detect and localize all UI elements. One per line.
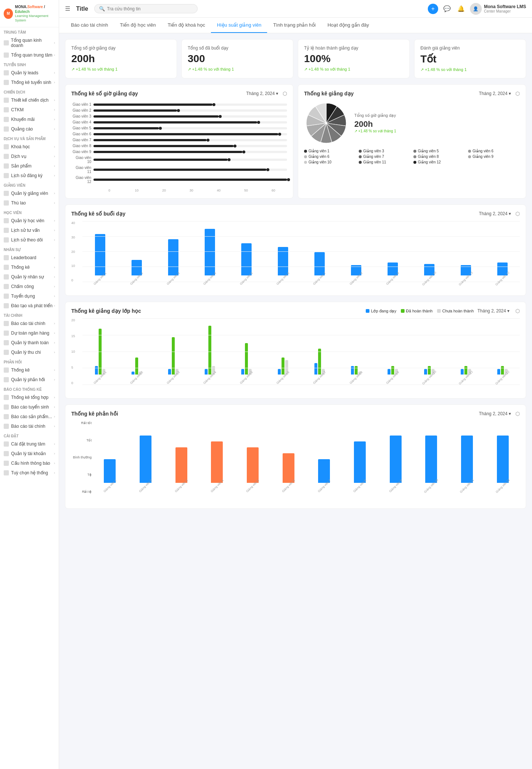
sidebar-section-label: Cài đặt	[0, 431, 59, 439]
buoi-bar-5	[278, 247, 288, 275]
lop-hoc-export[interactable]: ⬡	[515, 308, 520, 314]
phan-hoi-export[interactable]: ⬡	[515, 411, 520, 417]
export-icon-2[interactable]: ⬡	[515, 91, 520, 96]
chevron-icon: ›	[54, 405, 55, 409]
sidebar-item-leaderboard[interactable]: Leaderboard ›	[0, 253, 59, 262]
sidebar-item-tong-quan-kinh-doanh[interactable]: Tổng quan kinh doanh ›	[0, 35, 59, 50]
message-button[interactable]: 💬	[442, 4, 452, 14]
sidebar-icon-quan-ly-thu-chi	[4, 350, 9, 355]
phan-hoi-date[interactable]: Tháng 2, 2024 ▾	[479, 411, 511, 416]
tab-hoat-dong-gan-day[interactable]: Hoạt động gần đây	[321, 18, 375, 33]
hbar-label-9: Giao viên 10	[71, 156, 93, 164]
user-name: Mona Software LMS	[484, 4, 526, 9]
sidebar-item-lich-su-dang-ky[interactable]: Lịch sử đăng ký ›	[0, 171, 59, 180]
sidebar-item-cai-dat-trung-tam[interactable]: Cài đặt trung tâm ›	[0, 439, 59, 449]
sidebar-item-quang-cao[interactable]: Quảng cáo ›	[0, 124, 59, 134]
sidebar-item-tong-quan-trung-tam[interactable]: Tổng quan trung tâm ›	[0, 50, 59, 60]
sidebar-item-khuyen-mai[interactable]: Khuyến mãi ›	[0, 115, 59, 124]
phan-hoi-y-labels: Rất tốtTốtBình thườngTệRất tệ	[71, 421, 92, 494]
hbar-track-4	[93, 127, 287, 129]
sidebar-item-dich-vu[interactable]: Dịch vụ ›	[0, 152, 59, 161]
sidebar-icon-thong-ke	[4, 265, 9, 270]
buoi-bar-3	[205, 229, 215, 275]
search-input[interactable]	[107, 6, 193, 11]
legend-dot-8	[304, 161, 307, 164]
sidebar-item-san-pham[interactable]: Sản phẩm ›	[0, 161, 59, 171]
buoi-day-export[interactable]: ⬡	[515, 211, 520, 217]
tab-hieu-suat-giang-vien[interactable]: Hiệu suất giảng viên	[211, 18, 267, 33]
hbar-track-0	[93, 104, 287, 106]
export-icon-1[interactable]: ⬡	[283, 91, 287, 96]
menu-icon[interactable]: ☰	[65, 5, 70, 12]
sidebar-item-quan-ly-thanh-toan[interactable]: Quản lý thanh toán ›	[0, 338, 59, 348]
sidebar-item-bao-cao-tuyen-sinh[interactable]: Báo cáo tuyển sinh ›	[0, 402, 59, 412]
lop-bar-v2-7	[355, 366, 358, 375]
sidebar-icon-bao-cao-san-pham	[4, 414, 9, 419]
hbar-label-5: Giao viên 6	[71, 132, 93, 136]
sidebar-item-du-toan-ngan-hang[interactable]: Dự toán ngân hàng ›	[0, 328, 59, 338]
tab-bao-cao-tai-chinh[interactable]: Báo cáo tài chính	[65, 18, 114, 33]
sidebar-item-label-thong-ke-tong-hop: Thống kê tổng hợp	[11, 395, 48, 400]
sidebar-item-thong-ke[interactable]: Thống kê ›	[0, 262, 59, 272]
notification-button[interactable]: 🔔	[456, 4, 466, 14]
lop-hoc-date[interactable]: Tháng 2, 2024 ▾	[477, 308, 509, 314]
date-select-1[interactable]: Tháng 2, 2024 ▾	[246, 91, 278, 96]
add-button[interactable]: +	[428, 4, 438, 14]
sidebar-item-quan-ly-thu-chi[interactable]: Quản lý thu chi ›	[0, 348, 59, 357]
sidebar-item-bao-cao-tai-chinh2[interactable]: Báo cáo tài chính ›	[0, 421, 59, 431]
lop-bar-v1-2	[168, 369, 171, 375]
pie-legend-item-0: Giảng viên 1	[304, 149, 356, 153]
sidebar-item-quan-ly-phan-hoi[interactable]: Quản lý phản hồi ›	[0, 375, 59, 384]
brand-name: MONA.Software / Edutech	[15, 4, 55, 14]
sidebar-icon-tuyen-dung	[4, 294, 9, 299]
sidebar-item-tuy-chon-he-thong[interactable]: Tuỳ chọn hệ thống ›	[0, 468, 59, 478]
sidebar-item-cau-hinh-thong-bao[interactable]: Cấu hình thông báo ›	[0, 458, 59, 468]
sidebar-item-ctkm[interactable]: CTKM ›	[0, 105, 59, 115]
sidebar-item-dao-tao-phat-trien[interactable]: Đào tạo và phát triển ›	[0, 301, 59, 311]
user-profile[interactable]: 👤 Mona Software LMS Center Manager	[470, 3, 526, 15]
sidebar-item-lich-su-tu-van[interactable]: Lịch sử tư vấn ›	[0, 226, 59, 235]
search-box[interactable]: 🔍	[94, 4, 198, 13]
legend-dot-1	[359, 150, 362, 153]
phan-hoi-title: Thống kê phản hồi	[71, 411, 118, 417]
lop-bars-4	[241, 343, 252, 375]
sidebar-item-thong-ke-tong-hop[interactable]: Thống kê tổng hợp ›	[0, 393, 59, 402]
tab-tinh-trang-phan-hoi[interactable]: Tình trạng phản hồi	[267, 18, 321, 33]
sidebar-item-bao-cao-san-pham[interactable]: Báo cáo sản phẩm... ›	[0, 412, 59, 421]
date-select-2[interactable]: Tháng 2, 2024 ▾	[479, 91, 511, 96]
lop-legend-rect-0	[366, 309, 369, 313]
sidebar-item-khoa-hoc[interactable]: Khoá học ›	[0, 142, 59, 152]
lop-bar-v2-2	[172, 337, 175, 375]
sidebar-item-thong-ke-tuyen-sinh[interactable]: Thống kê tuyển sinh ›	[0, 78, 59, 87]
lop-bar-v1-5	[278, 369, 281, 375]
pie-change: ↗ +1.48 % so với tháng 1	[354, 129, 396, 133]
tab-tien-do-khoa-hoc[interactable]: Tiến độ khoá học	[162, 18, 211, 33]
phan-hoi-bar-7	[354, 441, 366, 483]
sidebar-item-bao-cao-tai-chinh[interactable]: Báo cáo tài chính ›	[0, 319, 59, 328]
buoi-bar-group-4: Giảng viên 5	[229, 221, 264, 280]
user-role: Center Manager	[484, 9, 526, 13]
sidebar-item-thong-ke-phan-hoi[interactable]: Thống kê ›	[0, 365, 59, 375]
sidebar-item-label-tong-quan-trung-tam: Tổng quan trung tâm	[11, 52, 52, 58]
sidebar-item-thu-lao[interactable]: Thù lao ›	[0, 198, 59, 208]
buoi-day-date[interactable]: Tháng 2, 2024 ▾	[479, 211, 511, 216]
sidebar-item-quan-ly-tai-khoan[interactable]: Quản lý tài khoản ›	[0, 449, 59, 458]
sidebar-item-quan-ly-giang-vien[interactable]: Quản lý giảng viên ›	[0, 189, 59, 198]
sidebar-item-quan-ly-leads[interactable]: Quản lý leads ›	[0, 68, 59, 78]
hbar-dot-8	[242, 150, 245, 153]
tab-tien-do-hoc-vien[interactable]: Tiến độ học viên	[114, 18, 161, 33]
sidebar-item-tuyen-dung[interactable]: Tuyển dụng ›	[0, 291, 59, 301]
hbar-track-2	[93, 115, 287, 118]
sidebar-icon-leaderboard	[4, 255, 9, 260]
sidebar-icon-lich-su-dang-ky	[4, 173, 9, 178]
lop-bar-group-9: Giảng viên 10	[412, 318, 447, 379]
chart-controls-1: Tháng 2, 2024 ▾ ⬡	[246, 91, 287, 96]
chevron-icon: ›	[54, 265, 55, 269]
lop-hoc-chart: Thống kê giảng dạy lớp học Lớp đang dạyĐ…	[65, 302, 526, 399]
sidebar-icon-cau-hinh-thong-bao	[4, 461, 9, 466]
sidebar-item-cham-cong[interactable]: Chấm công ›	[0, 282, 59, 291]
sidebar-item-thiet-ke-chien-dich[interactable]: Thiết kế chiến dịch ›	[0, 95, 59, 105]
sidebar-item-lich-su-theo-doi[interactable]: Lịch sử theo dõi ›	[0, 235, 59, 245]
sidebar-item-quan-ly-nhan-su[interactable]: Quản lý nhân sự ›	[0, 272, 59, 282]
sidebar-item-quan-ly-hoc-vien[interactable]: Quản lý học viên ›	[0, 216, 59, 226]
